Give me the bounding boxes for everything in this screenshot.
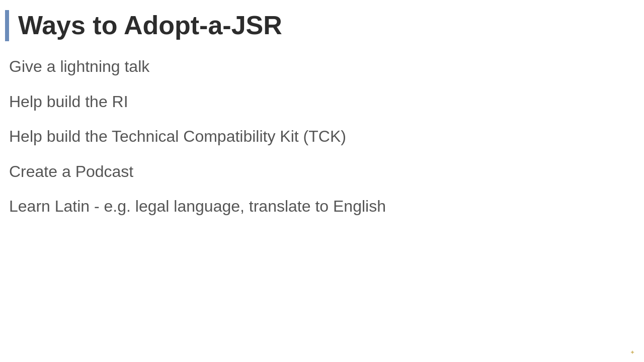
bullet-list: Give a lightning talkHelp build the RIHe… [5, 56, 629, 217]
slide-title: Ways to Adopt-a-JSR [18, 11, 282, 40]
bullet-item-3: Create a Podcast [5, 161, 629, 183]
watermark: ✦ [630, 349, 635, 356]
bullet-item-2: Help build the Technical Compatibility K… [5, 126, 629, 147]
title-bar-accent [5, 10, 9, 41]
title-row: Ways to Adopt-a-JSR [5, 10, 629, 41]
bullet-item-0: Give a lightning talk [5, 56, 629, 77]
bullet-item-1: Help build the RI [5, 92, 629, 113]
slide-container: Ways to Adopt-a-JSR Give a lightning tal… [0, 0, 644, 362]
bullet-item-4: Learn Latin - e.g. legal language, trans… [5, 196, 629, 217]
